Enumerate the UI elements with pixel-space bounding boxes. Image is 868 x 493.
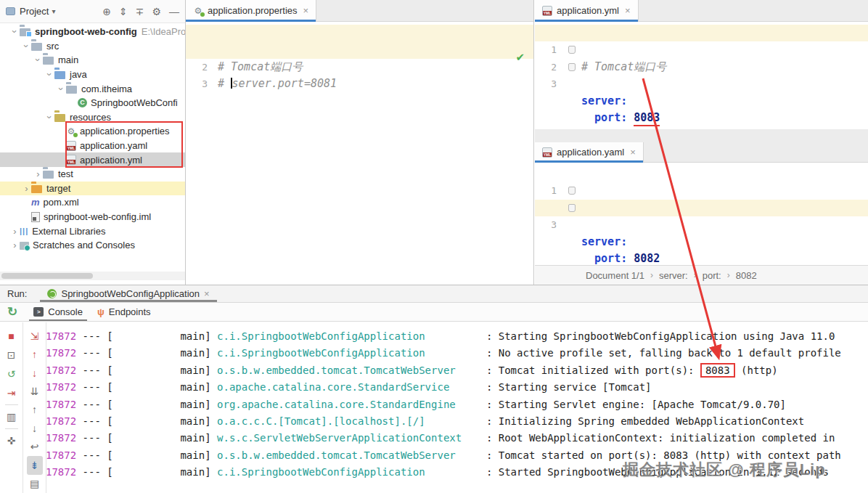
logger-name: o.a.c.c.C.[Tomcat].[localhost].[/] bbox=[217, 415, 480, 427]
tree-item-com-itheima[interactable]: ›com.itheima bbox=[0, 81, 185, 96]
fold-icon[interactable] bbox=[568, 187, 576, 195]
tree-hscrollbar-thumb[interactable] bbox=[1, 273, 93, 279]
chevron-expanded-icon[interactable]: › bbox=[33, 55, 44, 65]
rerun-icon[interactable]: ↻ bbox=[7, 304, 17, 319]
active-tab-underline bbox=[40, 300, 216, 302]
close-icon[interactable]: × bbox=[303, 5, 309, 16]
port-value-8083: 8083 bbox=[634, 111, 660, 126]
console-log-row: 17872 --- [ main] c.i.SpringbootWebConfi… bbox=[46, 328, 868, 345]
editor-body-yaml[interactable]: 1 # Tomcat端口号 2 server: 3 port: 8082 bbox=[535, 166, 868, 216]
tab-console[interactable]: > Console bbox=[26, 303, 90, 321]
tab-label: application.yml bbox=[557, 5, 619, 16]
endpoints-icon: ψ bbox=[97, 306, 105, 317]
logger-name: c.i.SpringbootWebConfigApplication bbox=[217, 330, 480, 342]
breadcrumb-separator: › bbox=[727, 270, 730, 280]
chevron-collapsed-icon[interactable]: › bbox=[10, 226, 20, 237]
editor-body-yml[interactable]: 1 # Tomcat端口号 2 server: 3 port: 8083 bbox=[535, 25, 868, 76]
settings-gear-icon[interactable]: ⚙ bbox=[152, 6, 161, 17]
chevron-expanded-icon[interactable]: › bbox=[21, 41, 32, 51]
editor-tabstrip: YML application.yaml × bbox=[535, 129, 868, 163]
chevron-expanded-icon[interactable]: › bbox=[44, 113, 55, 122]
tree-item-resources[interactable]: ›resources bbox=[0, 110, 185, 125]
soft-wrap-icon[interactable]: ↩ bbox=[27, 438, 43, 456]
print-icon[interactable]: ▤ bbox=[27, 475, 43, 493]
close-icon[interactable]: × bbox=[625, 5, 631, 16]
locate-icon[interactable]: ⊕ bbox=[102, 6, 111, 17]
tree-item-pom-xml[interactable]: mpom.xml bbox=[0, 195, 185, 210]
chevron-collapsed-icon[interactable]: › bbox=[33, 168, 43, 179]
exit-icon[interactable]: ⇥ bbox=[4, 383, 20, 402]
stop-icon[interactable]: ■ bbox=[4, 327, 20, 346]
tree-item-main[interactable]: ›main bbox=[0, 53, 185, 68]
breadcrumb-item[interactable]: 8082 bbox=[736, 270, 757, 281]
tree-item-src[interactable]: ›src bbox=[0, 39, 185, 54]
tree-item-springbootwebconfi[interactable]: CSpringbootWebConfi bbox=[0, 96, 185, 110]
breadcrumb-item[interactable]: Document 1/1 bbox=[586, 270, 644, 281]
tree-item-springboot-web-config[interactable]: ›springboot-web-configE:\IdeaProje bbox=[0, 25, 185, 39]
tab-application-properties[interactable]: ⚙ application.properties × bbox=[186, 0, 316, 21]
tree-item-test[interactable]: ›test bbox=[0, 167, 185, 182]
layout-settings-icon[interactable]: ▥ bbox=[4, 407, 20, 426]
down-stack-icon[interactable]: ↓ bbox=[27, 364, 43, 382]
terminal-icon: > bbox=[33, 307, 44, 317]
tab-endpoints[interactable]: ψ Endpoints bbox=[90, 303, 158, 321]
up-stack-icon[interactable]: ↑ bbox=[27, 345, 43, 363]
tree-item-label: resources bbox=[70, 112, 111, 123]
scroll-to-end-icon[interactable]: ⇟ bbox=[27, 456, 43, 474]
chevron-collapsed-icon[interactable]: › bbox=[22, 183, 31, 194]
breadcrumb-item[interactable]: server: bbox=[659, 270, 688, 281]
prev-message-icon[interactable]: ↑ bbox=[27, 401, 43, 419]
collapse-all-icon[interactable]: ∓ bbox=[136, 6, 144, 17]
run-panel-body: ■⊡↺⇥▥✜ ⇲↑↓⇊↑↓↩⇟▤ 17872 --- [ main] c.i.S… bbox=[0, 322, 868, 493]
tree-item-springboot-web-config-iml[interactable]: springboot-web-config.iml bbox=[0, 210, 185, 224]
tree-item-label: com.itheima bbox=[81, 83, 132, 94]
hide-panel-icon[interactable]: — bbox=[169, 6, 179, 17]
chevron-expanded-icon[interactable]: › bbox=[9, 27, 20, 36]
expand-all-icon[interactable]: ⇕ bbox=[119, 6, 128, 17]
pin-icon[interactable]: ✜ bbox=[4, 431, 20, 450]
yml-file-icon: YML bbox=[66, 155, 76, 165]
fold-icon[interactable] bbox=[568, 46, 576, 54]
yaml-entry: port: 8083 bbox=[581, 110, 660, 126]
console-output[interactable]: 17872 --- [ main] c.i.SpringbootWebConfi… bbox=[46, 328, 868, 493]
breadcrumb: Document 1/1›server:›port:›8082 bbox=[535, 265, 868, 285]
tree-item-external-libraries[interactable]: ›|||External Libraries bbox=[0, 224, 185, 238]
annotation-red-box-port: 8083 bbox=[700, 363, 735, 378]
chevron-expanded-icon[interactable]: › bbox=[56, 84, 67, 94]
breadcrumb-item[interactable]: port: bbox=[703, 270, 721, 281]
tree-item-application-yml[interactable]: YMLapplication.yml bbox=[0, 152, 185, 167]
tree-item-application-yaml[interactable]: YMLapplication.yaml bbox=[0, 139, 185, 153]
tree-item-java[interactable]: ›java bbox=[0, 68, 185, 82]
run-configuration-tab[interactable]: SpringbootWebConfigApplication × bbox=[40, 285, 216, 302]
jump-to-end-icon[interactable]: ⇲ bbox=[27, 327, 43, 345]
chevron-expanded-icon[interactable]: › bbox=[44, 70, 55, 79]
inspection-ok-check-icon: ✔ bbox=[515, 51, 525, 64]
folder-icon bbox=[43, 169, 54, 179]
maven-icon: m bbox=[31, 197, 40, 207]
tree-item-application-properties[interactable]: ⚙application.properties bbox=[0, 124, 185, 139]
project-tool-window: Project ▾ ⊕⇕∓⚙— ›springboot-web-configE:… bbox=[0, 0, 186, 285]
close-icon[interactable]: × bbox=[630, 147, 636, 158]
process-id: 17872 bbox=[46, 415, 76, 427]
editor-tabstrip: YML application.yml × bbox=[535, 0, 868, 22]
fold-icon[interactable] bbox=[568, 63, 576, 71]
yaml-key: server: bbox=[581, 93, 627, 110]
process-id: 17872 bbox=[46, 432, 76, 444]
chevron-down-icon[interactable]: ▾ bbox=[52, 7, 55, 15]
next-message-icon[interactable]: ↓ bbox=[27, 419, 43, 437]
project-folder-icon bbox=[20, 27, 31, 36]
code-line: 3 port: 8083 bbox=[535, 59, 868, 76]
tab-application-yml[interactable]: YML application.yml × bbox=[535, 0, 639, 21]
tab-application-yaml[interactable]: YML application.yaml × bbox=[535, 142, 644, 162]
fold-icon[interactable] bbox=[568, 204, 576, 212]
thread-dump-camera-icon[interactable]: ⊡ bbox=[4, 346, 20, 364]
sort-down-icon[interactable]: ⇊ bbox=[27, 382, 43, 400]
tree-item-scratches-and-consoles[interactable]: ›Scratches and Consoles bbox=[0, 238, 185, 253]
chevron-collapsed-icon[interactable]: › bbox=[10, 240, 20, 250]
coverage-rerun-icon[interactable]: ↺ bbox=[4, 364, 20, 383]
code-line: 1 # Tomcat端口号 bbox=[535, 166, 868, 182]
close-icon[interactable]: × bbox=[204, 288, 210, 299]
tree-item-label: SpringbootWebConfi bbox=[91, 97, 178, 108]
editor-body-properties[interactable]: 1 # Tomcat端口号 2 # server.port=8081 3 ✔ bbox=[186, 25, 533, 76]
tree-item-target[interactable]: ›target bbox=[0, 182, 185, 196]
